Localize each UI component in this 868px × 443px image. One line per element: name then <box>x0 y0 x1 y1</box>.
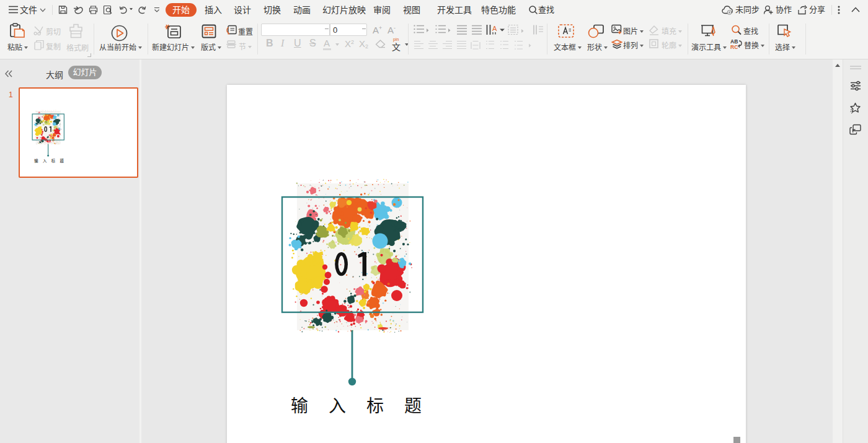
svg-text:RC: RC <box>730 44 738 50</box>
svg-text:A: A <box>492 25 497 32</box>
